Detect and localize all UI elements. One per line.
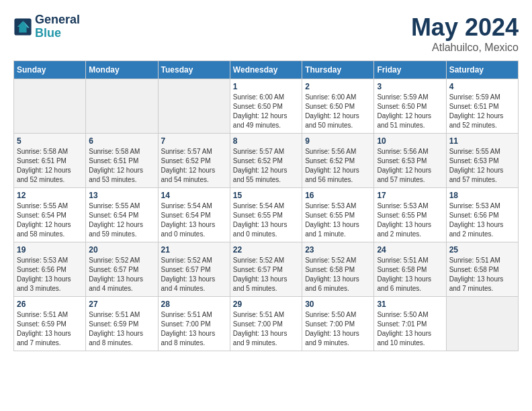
location-title: Atlahuilco, Mexico xyxy=(411,42,519,54)
day-number: 25 xyxy=(449,245,515,255)
day-number: 5 xyxy=(17,136,83,146)
day-info: Sunrise: 5:51 AM Sunset: 6:58 PM Dayligh… xyxy=(377,256,443,293)
day-info: Sunrise: 5:53 AM Sunset: 6:56 PM Dayligh… xyxy=(17,256,83,293)
calendar-cell: 7Sunrise: 5:57 AM Sunset: 6:52 PM Daylig… xyxy=(158,134,230,188)
day-info: Sunrise: 5:53 AM Sunset: 6:55 PM Dayligh… xyxy=(305,201,371,239)
day-number: 1 xyxy=(233,82,299,91)
day-info: Sunrise: 5:55 AM Sunset: 6:54 PM Dayligh… xyxy=(89,201,154,239)
day-number: 17 xyxy=(377,191,443,200)
calendar-cell xyxy=(86,79,158,134)
calendar-week-2: 5Sunrise: 5:58 AM Sunset: 6:51 PM Daylig… xyxy=(14,134,519,188)
calendar-cell: 26Sunrise: 5:51 AM Sunset: 6:59 PM Dayli… xyxy=(14,297,86,351)
day-number: 11 xyxy=(449,136,515,146)
day-info: Sunrise: 5:52 AM Sunset: 6:57 PM Dayligh… xyxy=(89,256,154,293)
day-info: Sunrise: 5:52 AM Sunset: 6:57 PM Dayligh… xyxy=(161,256,227,293)
day-info: Sunrise: 5:56 AM Sunset: 6:53 PM Dayligh… xyxy=(377,147,443,185)
calendar-cell: 14Sunrise: 5:54 AM Sunset: 6:54 PM Dayli… xyxy=(158,188,230,242)
day-number: 30 xyxy=(305,300,371,309)
day-number: 7 xyxy=(161,136,227,146)
day-number: 4 xyxy=(449,82,515,91)
title-area: May 2024 Atlahuilco, Mexico xyxy=(411,13,519,54)
weekday-header-tuesday: Tuesday xyxy=(158,61,230,79)
day-info: Sunrise: 5:51 AM Sunset: 7:00 PM Dayligh… xyxy=(233,310,299,348)
weekday-header-friday: Friday xyxy=(374,61,446,79)
calendar-cell: 24Sunrise: 5:51 AM Sunset: 6:58 PM Dayli… xyxy=(374,242,446,297)
weekday-header-saturday: Saturday xyxy=(446,61,518,79)
day-number: 14 xyxy=(161,191,227,200)
day-info: Sunrise: 5:51 AM Sunset: 6:59 PM Dayligh… xyxy=(17,310,83,348)
day-info: Sunrise: 5:52 AM Sunset: 6:58 PM Dayligh… xyxy=(305,256,371,293)
calendar-table: SundayMondayTuesdayWednesdayThursdayFrid… xyxy=(13,60,519,351)
calendar-cell: 31Sunrise: 5:50 AM Sunset: 7:01 PM Dayli… xyxy=(374,297,446,351)
day-info: Sunrise: 5:57 AM Sunset: 6:52 PM Dayligh… xyxy=(161,147,227,185)
logo: General Blue xyxy=(13,13,80,40)
day-number: 28 xyxy=(161,300,227,309)
day-number: 2 xyxy=(305,82,371,91)
calendar-cell: 21Sunrise: 5:52 AM Sunset: 6:57 PM Dayli… xyxy=(158,242,230,297)
calendar-cell: 11Sunrise: 5:55 AM Sunset: 6:53 PM Dayli… xyxy=(446,134,518,188)
day-info: Sunrise: 5:52 AM Sunset: 6:57 PM Dayligh… xyxy=(233,256,299,293)
calendar-cell: 13Sunrise: 5:55 AM Sunset: 6:54 PM Dayli… xyxy=(86,188,158,242)
day-number: 22 xyxy=(233,245,299,255)
calendar-cell: 18Sunrise: 5:53 AM Sunset: 6:56 PM Dayli… xyxy=(446,188,518,242)
calendar-cell: 6Sunrise: 5:58 AM Sunset: 6:51 PM Daylig… xyxy=(86,134,158,188)
day-number: 8 xyxy=(233,136,299,146)
day-number: 23 xyxy=(305,245,371,255)
calendar-cell: 29Sunrise: 5:51 AM Sunset: 7:00 PM Dayli… xyxy=(230,297,302,351)
calendar-cell: 17Sunrise: 5:53 AM Sunset: 6:55 PM Dayli… xyxy=(374,188,446,242)
day-info: Sunrise: 5:59 AM Sunset: 6:51 PM Dayligh… xyxy=(449,93,515,130)
month-title: May 2024 xyxy=(411,13,519,42)
day-number: 18 xyxy=(449,191,515,200)
calendar-cell: 15Sunrise: 5:54 AM Sunset: 6:55 PM Dayli… xyxy=(230,188,302,242)
calendar-cell xyxy=(158,79,230,134)
calendar-cell: 27Sunrise: 5:51 AM Sunset: 6:59 PM Dayli… xyxy=(86,297,158,351)
day-info: Sunrise: 6:00 AM Sunset: 6:50 PM Dayligh… xyxy=(305,93,371,130)
calendar-cell: 10Sunrise: 5:56 AM Sunset: 6:53 PM Dayli… xyxy=(374,134,446,188)
calendar-cell: 8Sunrise: 5:57 AM Sunset: 6:52 PM Daylig… xyxy=(230,134,302,188)
day-number: 10 xyxy=(377,136,443,146)
calendar-cell: 3Sunrise: 5:59 AM Sunset: 6:50 PM Daylig… xyxy=(374,79,446,134)
calendar-cell xyxy=(446,297,518,351)
day-number: 16 xyxy=(305,191,371,200)
calendar-cell: 16Sunrise: 5:53 AM Sunset: 6:55 PM Dayli… xyxy=(302,188,374,242)
calendar-week-5: 26Sunrise: 5:51 AM Sunset: 6:59 PM Dayli… xyxy=(14,297,519,351)
day-number: 3 xyxy=(377,82,443,91)
day-info: Sunrise: 5:57 AM Sunset: 6:52 PM Dayligh… xyxy=(233,147,299,185)
day-info: Sunrise: 5:50 AM Sunset: 7:00 PM Dayligh… xyxy=(305,310,371,348)
day-info: Sunrise: 6:00 AM Sunset: 6:50 PM Dayligh… xyxy=(233,93,299,130)
calendar-cell: 2Sunrise: 6:00 AM Sunset: 6:50 PM Daylig… xyxy=(302,79,374,134)
day-number: 24 xyxy=(377,245,443,255)
day-number: 31 xyxy=(377,300,443,309)
day-number: 15 xyxy=(233,191,299,200)
calendar-cell: 1Sunrise: 6:00 AM Sunset: 6:50 PM Daylig… xyxy=(230,79,302,134)
day-number: 29 xyxy=(233,300,299,309)
day-number: 21 xyxy=(161,245,227,255)
page-header: General Blue May 2024 Atlahuilco, Mexico xyxy=(13,13,519,54)
calendar-cell: 12Sunrise: 5:55 AM Sunset: 6:54 PM Dayli… xyxy=(14,188,86,242)
calendar-week-1: 1Sunrise: 6:00 AM Sunset: 6:50 PM Daylig… xyxy=(14,79,519,134)
day-info: Sunrise: 5:58 AM Sunset: 6:51 PM Dayligh… xyxy=(17,147,83,185)
day-info: Sunrise: 5:51 AM Sunset: 6:58 PM Dayligh… xyxy=(449,256,515,293)
day-info: Sunrise: 5:56 AM Sunset: 6:52 PM Dayligh… xyxy=(305,147,371,185)
calendar-cell: 22Sunrise: 5:52 AM Sunset: 6:57 PM Dayli… xyxy=(230,242,302,297)
calendar-cell: 9Sunrise: 5:56 AM Sunset: 6:52 PM Daylig… xyxy=(302,134,374,188)
weekday-header-thursday: Thursday xyxy=(302,61,374,79)
calendar-cell: 4Sunrise: 5:59 AM Sunset: 6:51 PM Daylig… xyxy=(446,79,518,134)
day-info: Sunrise: 5:55 AM Sunset: 6:54 PM Dayligh… xyxy=(17,201,83,239)
weekday-header-monday: Monday xyxy=(86,61,158,79)
calendar-cell: 19Sunrise: 5:53 AM Sunset: 6:56 PM Dayli… xyxy=(14,242,86,297)
weekday-header-wednesday: Wednesday xyxy=(230,61,302,79)
day-number: 9 xyxy=(305,136,371,146)
calendar-cell: 5Sunrise: 5:58 AM Sunset: 6:51 PM Daylig… xyxy=(14,134,86,188)
day-info: Sunrise: 5:55 AM Sunset: 6:53 PM Dayligh… xyxy=(449,147,515,185)
day-number: 19 xyxy=(17,245,83,255)
calendar-cell: 23Sunrise: 5:52 AM Sunset: 6:58 PM Dayli… xyxy=(302,242,374,297)
day-info: Sunrise: 5:54 AM Sunset: 6:54 PM Dayligh… xyxy=(161,201,227,239)
calendar-cell: 30Sunrise: 5:50 AM Sunset: 7:00 PM Dayli… xyxy=(302,297,374,351)
day-number: 27 xyxy=(89,300,154,309)
calendar-cell: 20Sunrise: 5:52 AM Sunset: 6:57 PM Dayli… xyxy=(86,242,158,297)
logo-icon xyxy=(13,17,32,36)
logo-text: General Blue xyxy=(35,13,80,40)
day-number: 26 xyxy=(17,300,83,309)
weekday-header-row: SundayMondayTuesdayWednesdayThursdayFrid… xyxy=(14,61,519,79)
